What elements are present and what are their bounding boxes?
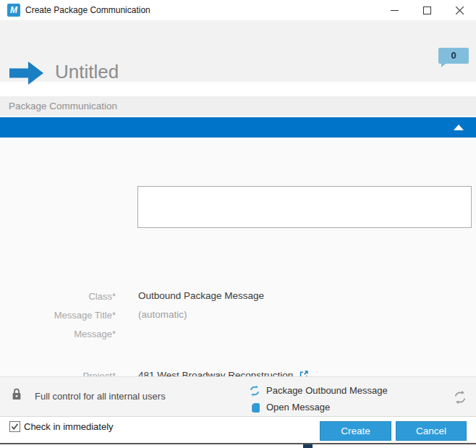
checkmark-icon [10,422,20,431]
check-in-checkbox[interactable] [9,421,20,432]
check-in-label[interactable]: Check in immediately [24,421,114,432]
lock-icon [12,388,22,400]
window-title: Create Package Communication [25,0,150,20]
title-bar: M Create Package Communication [0,0,476,20]
arrow-right-icon [9,62,44,85]
mfiles-logo-icon: M [7,4,20,17]
close-button[interactable] [443,0,476,20]
create-button[interactable]: Create [320,421,391,441]
field-label-message: Message* [0,329,116,339]
minimize-icon [391,7,399,14]
status-footer: Full control for all internal users Pack… [0,376,476,416]
cancel-button[interactable]: Cancel [396,421,467,441]
field-label-message-title: Message Title* [0,310,116,321]
field-label-class: Class* [0,291,116,302]
window-controls [378,0,476,20]
state-name[interactable]: Open Message [266,402,330,413]
minimize-button[interactable] [378,0,411,20]
property-group-row: Package Communication [0,96,476,116]
property-group-label: Package Communication [9,96,117,116]
section-header-bar[interactable] [0,117,476,138]
comment-count: 0 [451,50,456,61]
close-icon [456,7,464,14]
object-title: Untitled [55,61,119,83]
action-bar: Check in immediately Create Cancel [0,416,476,443]
state-icon [251,402,260,413]
comment-bubble-tail-icon [441,64,446,67]
chevron-up-icon[interactable] [454,124,464,130]
taskbar-peek-fragment [303,444,313,448]
permissions-text[interactable]: Full control for all internal users [35,391,166,402]
window-bottom-edge [0,443,476,444]
metadata-form: Class* Outbound Package Message Message … [0,138,476,376]
comment-count-badge[interactable]: 0 [438,48,469,64]
sync-icon[interactable] [453,390,467,405]
workflow-name[interactable]: Package Outbound Message [266,385,388,396]
create-package-communication-dialog: M Create Package Communication Untitled … [0,0,476,448]
message-textarea[interactable] [137,186,472,228]
workflow-cycle-icon [249,385,260,397]
field-value-message-title[interactable]: (automatic) [138,309,187,320]
object-header: Untitled 0 [0,20,476,82]
field-value-class[interactable]: Outbound Package Message [138,290,264,301]
maximize-button[interactable] [411,0,443,20]
maximize-icon [423,7,431,14]
